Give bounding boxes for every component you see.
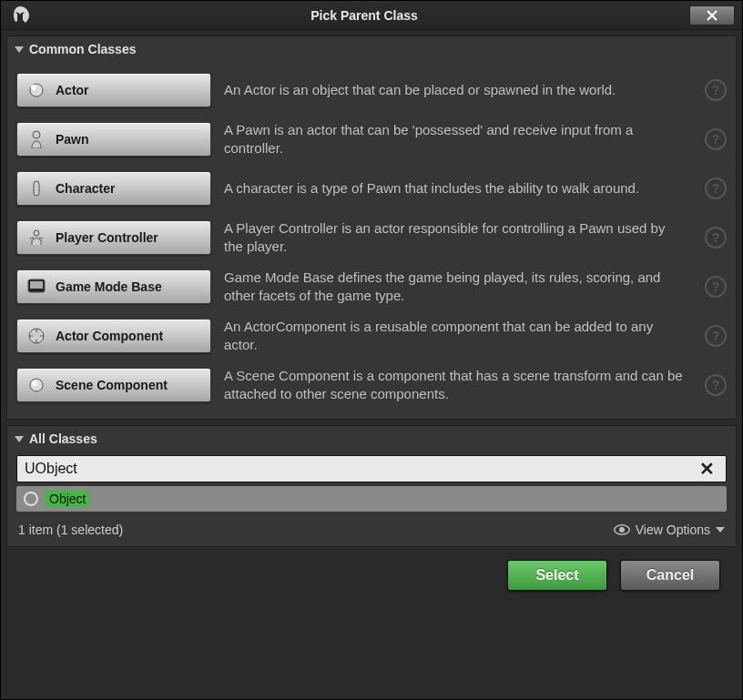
- help-icon[interactable]: ?: [705, 374, 727, 396]
- class-label: Character: [56, 181, 115, 196]
- svg-rect-3: [34, 181, 39, 196]
- svg-point-11: [619, 527, 625, 533]
- all-classes-header[interactable]: All Classes: [7, 426, 736, 451]
- title-bar: Pick Parent Class: [1, 1, 742, 30]
- help-icon[interactable]: ?: [705, 227, 727, 249]
- class-row-pawn: Pawn A Pawn is an actor that can be 'pos…: [16, 115, 727, 164]
- common-classes-label: Common Classes: [29, 42, 136, 56]
- dialog-body: Common Classes Actor An Actor is an obje…: [1, 30, 742, 699]
- class-label: Actor: [56, 83, 89, 97]
- class-label: Scene Component: [56, 378, 168, 392]
- class-row-actor-component: Actor Component An ActorComponent is a r…: [16, 311, 727, 360]
- game-mode-icon: [26, 277, 46, 297]
- actor-component-icon: [26, 326, 46, 346]
- class-search-box: ✕: [16, 455, 727, 482]
- svg-point-4: [34, 230, 39, 236]
- class-label: Pawn: [56, 132, 89, 147]
- actor-icon: [26, 80, 46, 100]
- help-icon[interactable]: ?: [705, 325, 727, 347]
- class-button-game-mode-base[interactable]: Game Mode Base: [16, 269, 211, 304]
- class-row-character: Character A character is a type of Pawn …: [16, 164, 727, 213]
- class-results-list: Object: [7, 482, 736, 517]
- class-label: Game Mode Base: [56, 279, 162, 294]
- common-classes-panel: Common Classes Actor An Actor is an obje…: [6, 36, 737, 420]
- unreal-logo-icon: [8, 4, 32, 27]
- svg-point-1: [31, 85, 36, 90]
- class-label: Player Controller: [56, 230, 158, 245]
- svg-rect-6: [30, 281, 43, 289]
- class-search-input[interactable]: [25, 461, 696, 477]
- class-result-item[interactable]: Object: [16, 486, 727, 512]
- class-button-scene-component[interactable]: Scene Component: [16, 368, 211, 402]
- expand-triangle-icon: [15, 436, 24, 442]
- common-classes-header[interactable]: Common Classes: [7, 36, 736, 62]
- help-icon[interactable]: ?: [705, 178, 727, 199]
- pawn-icon: [26, 129, 46, 149]
- class-description: A Player Controller is an actor responsi…: [224, 219, 692, 257]
- help-icon[interactable]: ?: [705, 79, 727, 101]
- class-button-actor[interactable]: Actor: [16, 73, 211, 107]
- class-row-actor: Actor An Actor is an object that can be …: [16, 66, 727, 115]
- clear-search-icon[interactable]: ✕: [696, 458, 718, 480]
- view-options-button[interactable]: View Options: [614, 522, 725, 537]
- class-description: A Pawn is an actor that can be 'possesse…: [224, 121, 692, 158]
- class-button-pawn[interactable]: Pawn: [16, 122, 211, 157]
- class-description: An Actor is an object that can be placed…: [224, 81, 692, 99]
- dialog-window: Pick Parent Class Common Classes Actor A…: [0, 0, 743, 700]
- eye-icon: [614, 524, 630, 535]
- class-description: Game Mode Base defines the game being pl…: [224, 269, 692, 306]
- help-icon[interactable]: ?: [705, 276, 727, 298]
- view-options-label: View Options: [636, 522, 710, 537]
- window-title: Pick Parent Class: [39, 8, 689, 23]
- select-button[interactable]: Select: [507, 560, 607, 591]
- class-row-scene-component: Scene Component A Scene Component is a c…: [16, 360, 727, 410]
- scene-component-icon: [26, 375, 46, 395]
- class-result-name: Object: [46, 491, 89, 507]
- dialog-footer: Select Cancel: [6, 553, 737, 613]
- class-type-icon: [24, 492, 38, 506]
- class-button-player-controller[interactable]: Player Controller: [16, 220, 211, 255]
- class-description: A character is a type of Pawn that inclu…: [224, 179, 692, 198]
- dropdown-caret-icon: [716, 527, 725, 533]
- help-icon[interactable]: ?: [705, 128, 727, 150]
- common-classes-list: Actor An Actor is an object that can be …: [7, 62, 736, 419]
- all-classes-panel: All Classes ✕ Object 1 item (1 selected)…: [6, 425, 737, 547]
- results-count-text: 1 item (1 selected): [18, 522, 123, 537]
- svg-point-2: [33, 131, 40, 138]
- results-status-bar: 1 item (1 selected) View Options: [7, 517, 736, 546]
- class-description: An ActorComponent is a reusable componen…: [224, 318, 692, 355]
- cancel-button[interactable]: Cancel: [620, 560, 720, 591]
- all-classes-label: All Classes: [29, 431, 97, 446]
- player-controller-icon: [26, 228, 46, 248]
- class-row-game-mode-base: Game Mode Base Game Mode Base defines th…: [16, 262, 727, 311]
- character-icon: [26, 178, 46, 198]
- expand-triangle-icon: [15, 46, 24, 53]
- close-button[interactable]: [689, 5, 735, 25]
- class-description: A Scene Component is a component that ha…: [224, 367, 692, 404]
- class-button-character[interactable]: Character: [16, 171, 211, 206]
- class-button-actor-component[interactable]: Actor Component: [16, 319, 211, 353]
- class-label: Actor Component: [56, 329, 163, 343]
- class-row-player-controller: Player Controller A Player Controller is…: [16, 213, 727, 262]
- svg-point-9: [32, 380, 37, 386]
